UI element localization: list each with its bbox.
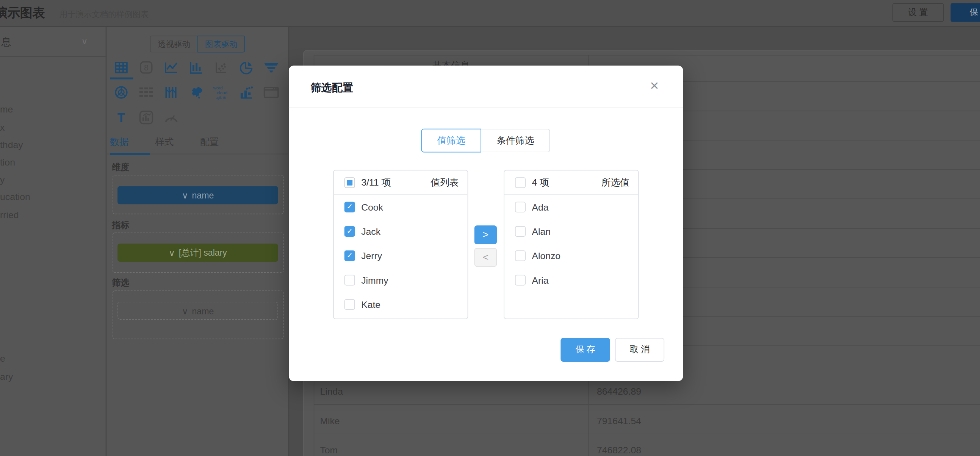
field-item[interactable]: e (0, 353, 5, 364)
field-item[interactable]: thday (0, 139, 23, 150)
value-list-header: 3/11 项 值列表 (334, 170, 468, 195)
bar-chart-icon[interactable] (184, 55, 209, 80)
list-item[interactable]: Alan (504, 219, 638, 243)
table-chart-icon[interactable] (109, 55, 134, 80)
ranking-bar-icon[interactable] (234, 80, 259, 105)
list-item[interactable]: Aria (504, 268, 638, 292)
text-chart-icon[interactable]: T (109, 105, 134, 130)
select-all-checkbox[interactable] (344, 177, 355, 188)
tab-style[interactable]: 样式 (155, 137, 173, 154)
save-chart-button[interactable]: 保 存 (950, 3, 980, 22)
list-item[interactable]: Alonzo (504, 243, 638, 268)
field-item[interactable]: tion (0, 157, 15, 167)
tab-value-filter[interactable]: 值筛选 (422, 129, 481, 153)
caret-down-icon: ∨ (182, 306, 188, 316)
funnel-chart-icon[interactable] (259, 55, 284, 80)
list-item[interactable]: Kate (334, 292, 468, 317)
tab-config[interactable]: 配置 (200, 137, 219, 154)
field-item[interactable]: y (0, 174, 5, 185)
dimension-pill[interactable]: ∨ name (118, 186, 278, 204)
save-button[interactable]: 保 存 (560, 338, 610, 362)
chart-mode-button[interactable]: 图表驱动 (197, 36, 245, 52)
numeric-card-icon[interactable]: 8 (134, 55, 159, 80)
pivot-mode-button[interactable]: 透视驱动 (150, 36, 197, 52)
list-item[interactable]: Ada (504, 195, 638, 219)
checkbox-unchecked[interactable] (515, 275, 526, 286)
pie-chart-icon[interactable] (234, 55, 259, 80)
table-cell-value: 746822.08 (597, 445, 641, 455)
checkbox-checked[interactable]: ✓ (344, 226, 355, 237)
arrow-left-icon: < (483, 252, 488, 263)
scatter-chart-icon[interactable] (209, 55, 234, 80)
radar-chart-icon[interactable] (109, 80, 134, 105)
field-item[interactable]: me (0, 104, 13, 114)
table-cell-name: Mike (320, 415, 340, 426)
cancel-button[interactable]: 取 消 (615, 338, 664, 362)
tab-data[interactable]: 数据 (110, 137, 129, 154)
page-subtitle: 用于演示文档的样例图表 (59, 9, 149, 20)
selected-list-count: 4 项 (532, 176, 549, 188)
dialog-title: 筛选配置 (311, 81, 353, 95)
value-list-count: 3/11 项 (361, 176, 391, 188)
list-item[interactable]: ✓ Jerry (334, 243, 468, 268)
filter-config-dialog: 筛选配置 × 值筛选 条件筛选 3/11 项 值列表 ✓ Cook ✓ Jack… (289, 65, 683, 381)
field-item[interactable]: rried (0, 209, 19, 220)
checkbox-unchecked[interactable] (344, 299, 355, 310)
svg-text:cloud: cloud (217, 91, 228, 95)
line-chart-icon[interactable] (159, 55, 184, 80)
filter-type-tabs: 值筛选 条件筛选 (422, 129, 550, 153)
close-icon[interactable]: × (650, 78, 659, 93)
checkbox-checked[interactable]: ✓ (344, 202, 355, 213)
mode-toggle: 透视驱动 图表驱动 (150, 36, 245, 52)
field-item[interactable]: ary (0, 371, 13, 382)
combo-chart-icon[interactable] (134, 105, 159, 130)
china-map-icon[interactable] (184, 80, 209, 105)
caret-down-icon: ∨ (182, 190, 188, 200)
sidebar-divider (0, 56, 106, 57)
select-all-checkbox[interactable] (515, 177, 526, 188)
move-left-button[interactable]: < (474, 248, 497, 267)
table-cell-value: 864426.89 (597, 386, 641, 397)
pivot-strip-icon[interactable] (134, 80, 159, 105)
list-item[interactable]: ✓ Jack (334, 219, 468, 243)
table-cell-name: Linda (320, 386, 343, 397)
filter-section-label: 筛选 (112, 277, 129, 289)
svg-text:T: T (118, 111, 125, 125)
checkbox-unchecked[interactable] (515, 250, 526, 261)
page-title: 演示图表 (0, 5, 45, 22)
svg-text:8: 8 (144, 63, 148, 72)
app-stage: 演示图表 用于演示文档的样例图表 设 置 保 存 息 ∨ me x thday … (0, 0, 980, 456)
tab-condition-filter[interactable]: 条件筛选 (481, 129, 550, 153)
kline-chart-icon[interactable] (159, 80, 184, 105)
settings-button[interactable]: 设 置 (892, 3, 943, 22)
table-cell-name: Tom (320, 445, 338, 455)
check-icon: ✓ (346, 250, 353, 261)
chevron-down-icon[interactable]: ∨ (81, 37, 88, 46)
arrow-right-icon: > (483, 229, 488, 240)
checkbox-unchecked[interactable] (515, 226, 526, 237)
metric-pill[interactable]: ∨ [总计] salary (118, 243, 278, 262)
field-sidebar (0, 27, 106, 456)
metric-pill-label: [总计] salary (179, 247, 227, 258)
builder-tabs-active-indicator (110, 153, 150, 155)
filter-pill[interactable]: ∨ name (118, 302, 278, 320)
list-item[interactable]: ✓ Cook (334, 195, 468, 219)
field-item[interactable]: ucation (0, 191, 30, 202)
value-list-box: 3/11 项 值列表 ✓ Cook ✓ Jack ✓ Jerry Jimmy K (333, 170, 468, 319)
checkbox-checked[interactable]: ✓ (344, 250, 355, 261)
web-frame-icon[interactable] (259, 80, 284, 105)
word-cloud-icon[interactable]: wordcloudagile BI (209, 80, 234, 105)
gauge-chart-icon[interactable] (159, 105, 184, 130)
checkbox-unchecked[interactable] (344, 275, 355, 286)
move-right-button[interactable]: > (474, 226, 497, 244)
dimension-section-label: 维度 (112, 162, 129, 173)
value-list-title: 值列表 (431, 176, 458, 188)
checkbox-unchecked[interactable] (515, 202, 526, 213)
list-item[interactable]: Jimmy (334, 268, 468, 292)
check-icon: ✓ (346, 226, 353, 237)
selected-list-box: 4 项 所选值 Ada Alan Alonzo Aria (504, 170, 638, 319)
table-cell-value: 791641.54 (597, 415, 641, 426)
field-item[interactable]: x (0, 122, 5, 133)
caret-down-icon: ∨ (169, 248, 175, 257)
chart-type-grid: 8 wordcloudagile BI (109, 55, 285, 130)
